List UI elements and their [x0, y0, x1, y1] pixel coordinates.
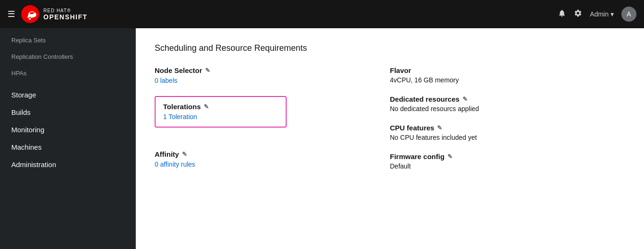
sidebar-item-administration[interactable]: Administration	[0, 155, 136, 172]
sidebar: Replica Sets Replication Controllers HPA…	[0, 28, 136, 249]
dedicated-resources-edit-icon[interactable]: ✎	[462, 96, 468, 103]
logo-text: RED HAT® OPENSHIFT	[43, 8, 88, 21]
tolerations-label: Tolerations ✎	[163, 103, 278, 111]
admin-label: Admin	[590, 10, 609, 18]
dedicated-resources-label: Dedicated resources ✎	[390, 95, 606, 103]
nav-right: Admin ▾ A	[558, 7, 636, 22]
redhat-logo-icon	[21, 5, 40, 24]
node-selector-value[interactable]: 0 labels	[155, 77, 177, 84]
node-selector-block: Node Selector ✎ 0 labels	[155, 66, 390, 85]
firmware-config-block: Firmware config ✎ Default	[390, 153, 625, 170]
tolerations-edit-icon[interactable]: ✎	[204, 103, 209, 110]
settings-icon[interactable]	[574, 9, 582, 20]
dedicated-resources-value: No dedicated resourcs applied	[390, 105, 606, 112]
hamburger-icon[interactable]: ☰	[8, 9, 15, 19]
sidebar-item-replication-controllers[interactable]: Replication Controllers	[0, 48, 136, 65]
firmware-config-label: Firmware config ✎	[390, 153, 606, 161]
flavor-label: Flavor	[390, 66, 606, 74]
sidebar-item-machines[interactable]: Machines	[0, 137, 136, 155]
affinity-edit-icon[interactable]: ✎	[182, 151, 187, 158]
sidebar-item-builds[interactable]: Builds	[0, 103, 136, 120]
avatar[interactable]: A	[621, 7, 636, 22]
cpu-features-value: No CPU features included yet	[390, 134, 606, 141]
flavor-block: Flavor 4vCPU, 16 GB memory	[390, 66, 625, 84]
sidebar-item-monitoring[interactable]: Monitoring	[0, 120, 136, 137]
affinity-value[interactable]: 0 affinity rules	[155, 161, 195, 168]
affinity-label: Affinity ✎	[155, 150, 371, 158]
tolerations-box: Tolerations ✎ 1 Toleration	[155, 96, 287, 128]
cpu-features-label: CPU features ✎	[390, 124, 606, 132]
node-selector-edit-icon[interactable]: ✎	[205, 67, 210, 74]
svg-point-0	[21, 5, 39, 23]
left-column: Node Selector ✎ 0 labels Tolerations ✎ 1…	[155, 66, 390, 181]
cpu-features-edit-icon[interactable]: ✎	[437, 124, 442, 131]
main-content: Scheduling and Resource Requirements Nod…	[136, 28, 644, 249]
firmware-config-value: Default	[390, 162, 606, 170]
right-column: Flavor 4vCPU, 16 GB memory Dedicated res…	[390, 66, 625, 181]
section-title: Scheduling and Resource Requirements	[155, 43, 625, 53]
notification-icon[interactable]	[558, 9, 566, 20]
nav-left: ☰ RED HAT® OPENSHIFT	[8, 5, 88, 24]
node-selector-label: Node Selector ✎	[155, 66, 371, 74]
sidebar-item-storage[interactable]: Storage	[0, 85, 136, 103]
sidebar-item-hpas[interactable]: HPAs	[0, 65, 136, 81]
dedicated-resources-block: Dedicated resources ✎ No dedicated resou…	[390, 95, 625, 112]
chevron-down-icon: ▾	[611, 10, 614, 18]
tolerations-block-wrapper: Tolerations ✎ 1 Toleration	[155, 96, 390, 139]
sidebar-item-replica-sets[interactable]: Replica Sets	[0, 32, 136, 48]
tolerations-value[interactable]: 1 Toleration	[163, 113, 197, 120]
logo-area: RED HAT® OPENSHIFT	[21, 5, 88, 24]
firmware-config-edit-icon[interactable]: ✎	[447, 153, 453, 160]
top-navigation: ☰ RED HAT® OPENSHIFT Admin ▾ A	[0, 0, 644, 28]
resource-grid: Node Selector ✎ 0 labels Tolerations ✎ 1…	[155, 66, 625, 181]
affinity-block: Affinity ✎ 0 affinity rules	[155, 150, 390, 169]
main-layout: Replica Sets Replication Controllers HPA…	[0, 28, 644, 249]
admin-menu[interactable]: Admin ▾	[590, 10, 614, 18]
cpu-features-block: CPU features ✎ No CPU features included …	[390, 124, 625, 141]
flavor-value: 4vCPU, 16 GB memory	[390, 76, 606, 84]
